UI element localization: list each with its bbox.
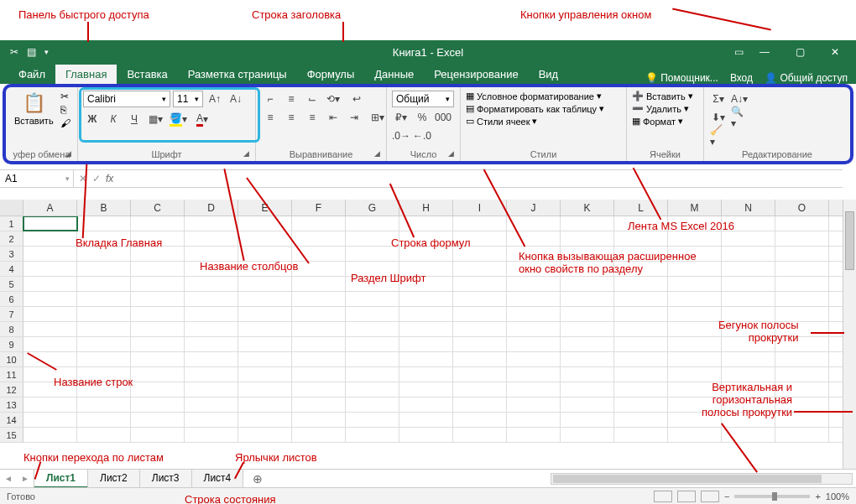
vertical-scrollbar[interactable] (843, 200, 856, 469)
cell[interactable] (614, 277, 668, 291)
cell[interactable] (561, 413, 614, 427)
cell[interactable] (238, 247, 292, 261)
number-format-combo[interactable]: Общий▾ (392, 91, 454, 107)
cell[interactable] (23, 277, 77, 291)
cell[interactable] (668, 216, 722, 231)
align-left-icon[interactable]: ≡ (261, 109, 279, 126)
cell[interactable] (131, 322, 185, 336)
column-header[interactable]: A (23, 200, 77, 216)
cell[interactable] (399, 337, 453, 351)
cell[interactable] (131, 307, 185, 321)
cell[interactable] (185, 428, 238, 442)
font-name-combo[interactable]: Calibri▾ (83, 91, 170, 107)
fill-color-button[interactable]: 🪣▾ (167, 111, 189, 127)
cell[interactable] (185, 307, 238, 321)
copy-icon[interactable]: ⎘ (60, 104, 70, 116)
cell[interactable] (775, 367, 829, 382)
cell[interactable] (722, 277, 775, 291)
cell[interactable] (77, 382, 131, 397)
cell[interactable] (23, 216, 77, 231)
cell[interactable] (292, 231, 346, 246)
cell[interactable] (668, 277, 722, 291)
sort-filter-icon[interactable]: A↓▾ (730, 91, 749, 107)
cell[interactable] (292, 262, 346, 276)
cell[interactable] (238, 367, 292, 382)
cell[interactable] (561, 262, 614, 276)
cell[interactable] (614, 247, 668, 261)
cell[interactable] (131, 367, 185, 382)
cell[interactable] (346, 413, 399, 427)
cell[interactable] (346, 397, 399, 412)
cell[interactable] (775, 216, 829, 231)
cell[interactable] (507, 382, 561, 397)
cell[interactable] (131, 277, 185, 291)
cancel-icon[interactable]: ✕ (79, 173, 87, 184)
cell[interactable] (453, 307, 507, 321)
row-header[interactable]: 1 (0, 216, 23, 231)
row-header[interactable]: 6 (0, 292, 23, 306)
cell[interactable] (722, 322, 775, 336)
cell[interactable] (131, 397, 185, 412)
cell[interactable] (722, 307, 775, 321)
cell[interactable] (614, 322, 668, 336)
cell[interactable] (399, 277, 453, 291)
cell[interactable] (722, 428, 775, 442)
cell[interactable] (561, 216, 614, 231)
cell[interactable] (775, 413, 829, 427)
comma-icon[interactable]: 000 (434, 109, 452, 126)
view-pagebreak-icon[interactable] (701, 491, 719, 502)
row-header[interactable]: 11 (0, 367, 23, 382)
cell[interactable] (238, 292, 292, 306)
cell-styles-button[interactable]: ▭ Стили ячеек ▾ (466, 116, 537, 127)
tab-home[interactable]: Главная (55, 65, 117, 84)
cell[interactable] (23, 322, 77, 336)
cell[interactable] (238, 413, 292, 427)
align-launcher[interactable]: ◢ (374, 149, 384, 159)
sheet-nav-next[interactable]: ► (17, 474, 34, 483)
cell[interactable] (346, 216, 399, 231)
row-header[interactable]: 10 (0, 352, 23, 366)
cell[interactable] (722, 397, 775, 412)
conditional-format-button[interactable]: ▦ Условное форматирование ▾ (466, 91, 602, 101)
cell[interactable] (131, 247, 185, 261)
ribbon-options-icon[interactable]: ▭ (734, 46, 744, 58)
horizontal-scroll-thumb[interactable] (553, 475, 822, 483)
increase-decimal-icon[interactable]: .0→ (392, 127, 410, 144)
row-header[interactable]: 12 (0, 382, 23, 397)
cell[interactable] (292, 322, 346, 336)
add-sheet-button[interactable]: ⊕ (248, 472, 268, 486)
underline-button[interactable]: Ч (125, 111, 144, 127)
row-header[interactable]: 14 (0, 413, 23, 427)
cell[interactable] (614, 231, 668, 246)
cell[interactable] (185, 382, 238, 397)
tell-me[interactable]: 💡 Помощник... (645, 72, 718, 84)
cell[interactable] (453, 352, 507, 366)
cell[interactable] (185, 413, 238, 427)
cell[interactable] (238, 216, 292, 231)
cell[interactable] (507, 367, 561, 382)
cell[interactable] (185, 216, 238, 231)
cell[interactable] (399, 367, 453, 382)
view-normal-icon[interactable] (654, 491, 672, 502)
zoom-slider[interactable] (734, 495, 810, 498)
cell[interactable] (507, 428, 561, 442)
cell[interactable] (238, 428, 292, 442)
cell[interactable] (722, 247, 775, 261)
cell[interactable] (23, 231, 77, 246)
cell[interactable] (722, 231, 775, 246)
cell[interactable] (292, 216, 346, 231)
autosum-icon[interactable]: Σ▾ (709, 91, 728, 107)
row-header[interactable]: 3 (0, 247, 23, 261)
cell[interactable] (668, 292, 722, 306)
signin-link[interactable]: Вход (730, 72, 753, 84)
cell[interactable] (23, 428, 77, 442)
cell[interactable] (399, 292, 453, 306)
column-header[interactable]: N (722, 200, 775, 216)
cell[interactable] (185, 231, 238, 246)
decrease-decimal-icon[interactable]: ←.0 (413, 127, 431, 144)
cell[interactable] (185, 337, 238, 351)
cell[interactable] (399, 262, 453, 276)
cell[interactable] (507, 337, 561, 351)
cell[interactable] (77, 337, 131, 351)
format-as-table-button[interactable]: ▤ Форматировать как таблицу ▾ (466, 103, 604, 114)
